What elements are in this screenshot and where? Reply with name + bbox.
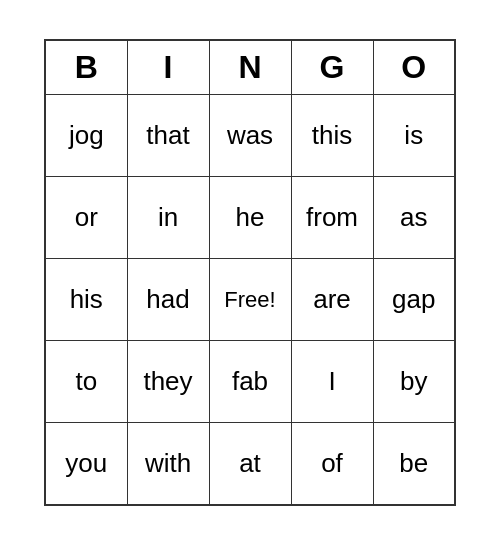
cell-0-4: is [373,95,455,177]
cell-0-2: was [209,95,291,177]
cell-3-2: fab [209,341,291,423]
header-i: I [127,40,209,95]
cell-1-4: as [373,177,455,259]
header-row: B I N G O [45,40,455,95]
cell-2-2: Free! [209,259,291,341]
table-row: hishadFree!aregap [45,259,455,341]
header-g: G [291,40,373,95]
cell-1-1: in [127,177,209,259]
table-row: jogthatwasthisis [45,95,455,177]
cell-2-1: had [127,259,209,341]
header-n: N [209,40,291,95]
cell-3-1: they [127,341,209,423]
cell-2-3: are [291,259,373,341]
cell-3-3: I [291,341,373,423]
cell-2-4: gap [373,259,455,341]
cell-1-2: he [209,177,291,259]
bingo-table: B I N G O jogthatwasthisisorinhefromashi… [44,39,456,506]
table-row: totheyfabIby [45,341,455,423]
header-b: B [45,40,127,95]
bingo-card: B I N G O jogthatwasthisisorinhefromashi… [24,19,476,526]
header-o: O [373,40,455,95]
cell-3-0: to [45,341,127,423]
cell-4-1: with [127,423,209,505]
cell-2-0: his [45,259,127,341]
cell-4-3: of [291,423,373,505]
cell-0-0: jog [45,95,127,177]
cell-0-3: this [291,95,373,177]
cell-1-0: or [45,177,127,259]
cell-3-4: by [373,341,455,423]
cell-0-1: that [127,95,209,177]
table-row: youwithatofbe [45,423,455,505]
cell-4-0: you [45,423,127,505]
table-row: orinhefromas [45,177,455,259]
cell-4-4: be [373,423,455,505]
cell-4-2: at [209,423,291,505]
cell-1-3: from [291,177,373,259]
